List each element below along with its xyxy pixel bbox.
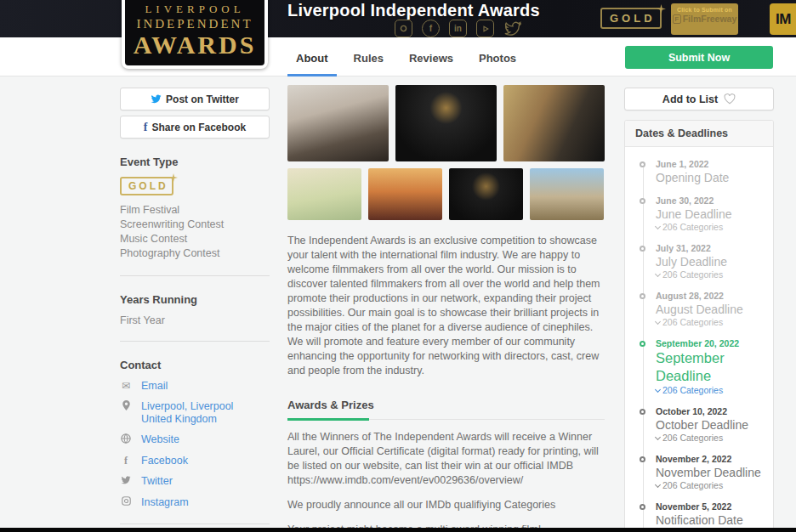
timeline-dot: [640, 504, 645, 510]
tab-photos[interactable]: Photos: [479, 37, 516, 76]
twitter-icon: [120, 475, 132, 489]
event-type-item: Film Festival: [120, 203, 270, 218]
divider: [120, 524, 270, 524]
event-type-item: Screenwriting Contest: [120, 218, 270, 232]
twitter-bird-icon: [151, 93, 162, 105]
event-type-item: Music Contest: [120, 232, 270, 246]
email-link[interactable]: Email: [141, 380, 168, 393]
awards-prizes-heading: Awards & Prizes: [287, 399, 605, 420]
timeline-dot: [640, 161, 645, 167]
left-sidebar: Post on Twitter f Share on Facebook Even…: [120, 88, 270, 532]
timeline-dot: [640, 341, 645, 347]
chevron-down-icon: [655, 319, 661, 325]
deadline-november: November 2, 2022 November Deadline 206 C…: [656, 454, 765, 491]
timeline-dot: [640, 198, 645, 204]
deadline-opening-date: June 1, 2022 Opening Date: [656, 159, 765, 185]
contact-twitter-row: Twitter: [120, 475, 270, 489]
gallery-photo-6[interactable]: [449, 168, 523, 220]
years-running-value: First Year: [120, 314, 270, 326]
photo-gallery-row-2: [287, 168, 605, 220]
facebook-icon: f: [120, 455, 132, 467]
share-on-facebook-button[interactable]: f Share on Facebook: [120, 116, 270, 139]
sparkle-icon: [657, 3, 666, 16]
add-to-list-button[interactable]: Add to List: [624, 88, 774, 110]
youtube-icon[interactable]: [476, 20, 494, 37]
right-sidebar: Add to List Dates & Deadlines June 1, 20…: [624, 88, 774, 532]
chevron-down-icon: [655, 434, 661, 440]
location-link[interactable]: Liverpool, Liverpool United Kingdom: [141, 400, 233, 426]
linkedin-icon[interactable]: in: [449, 20, 467, 37]
deadline-september-current: September 20, 2022 September Deadline 20…: [656, 338, 765, 396]
chevron-down-icon: [655, 224, 661, 229]
gallery-photo-3[interactable]: [503, 85, 605, 161]
divider: [120, 275, 270, 276]
submit-now-button[interactable]: Submit Now: [625, 46, 773, 69]
gallery-photo-4[interactable]: [287, 168, 361, 220]
tab-rules[interactable]: Rules: [354, 37, 384, 76]
heart-icon: [724, 93, 736, 105]
deadline-notification-date: November 5, 2022 Notification Date: [656, 501, 765, 528]
dates-deadlines-heading: Dates & Deadlines: [625, 121, 773, 147]
contact-facebook-row: f Facebook: [120, 455, 270, 467]
globe-icon: [120, 433, 132, 447]
categories-toggle[interactable]: 206 Categories: [656, 385, 765, 396]
event-type-item: Photography Contest: [120, 246, 270, 261]
gallery-photo-2[interactable]: [395, 85, 497, 161]
gallery-photo-1[interactable]: [287, 85, 389, 161]
twitter-link[interactable]: Twitter: [141, 475, 173, 489]
deadlines-timeline: June 1, 2022 Opening Date June 30, 2022 …: [625, 147, 773, 532]
event-logo: LIVERPOOL INDEPENDENT AWARDS: [122, 0, 268, 69]
categories-toggle[interactable]: 206 Categories: [656, 222, 765, 233]
gold-tier-badge: GOLD: [600, 8, 662, 29]
gallery-photo-7[interactable]: [530, 168, 604, 220]
categories-toggle[interactable]: 206 Categories: [656, 269, 765, 280]
tab-about[interactable]: About: [296, 37, 328, 76]
contact-website-row: Website: [120, 433, 270, 447]
dates-deadlines-panel: Dates & Deadlines June 1, 2022 Opening D…: [624, 120, 774, 532]
categories-toggle[interactable]: 206 Categories: [656, 317, 765, 328]
divider: [120, 341, 270, 342]
contact-list: ✉ Email Liverpool, Liverpool United King…: [120, 380, 270, 509]
filmfreeway-logo-icon: F: [673, 14, 681, 24]
timeline-dot: [640, 409, 645, 415]
instagram-icon[interactable]: [395, 20, 412, 37]
facebook-f-icon: f: [144, 121, 148, 134]
contact-location-row: Liverpool, Liverpool United Kingdom: [120, 400, 270, 426]
deadline-june: June 30, 2022 June Deadline 206 Categori…: [656, 195, 765, 233]
photo-gallery-row-1: [287, 85, 605, 161]
main-content: The Independent Awards is an exclusive c…: [287, 85, 605, 532]
instagram-link[interactable]: Instagram: [141, 496, 189, 509]
chevron-down-icon: [655, 271, 661, 277]
awards-paragraph-1: All the Winners of The Independent Award…: [287, 430, 605, 488]
cover-social-icons: f in: [395, 20, 521, 37]
deadline-october: October 10, 2022 October Deadline 206 Ca…: [656, 406, 765, 444]
gold-tier-badge-sidebar: GOLD: [120, 177, 173, 195]
chevron-down-icon: [655, 482, 661, 488]
twitter-icon[interactable]: [503, 20, 521, 37]
instagram-icon: [120, 496, 132, 509]
website-link[interactable]: Website: [141, 433, 179, 447]
page-title: Liverpool Independent Awards: [287, 1, 540, 20]
awards-paragraph-2: We proudly announce all our IMDb qualifi…: [287, 498, 605, 512]
years-running-heading: Years Running: [120, 293, 270, 306]
event-description: The Independent Awards is an exclusive c…: [287, 234, 605, 378]
tab-reviews[interactable]: Reviews: [409, 37, 453, 76]
facebook-link[interactable]: Facebook: [141, 455, 188, 467]
deadline-august: August 28, 2022 August Deadline 206 Cate…: [656, 291, 765, 328]
imdb-logo[interactable]: IM: [770, 3, 796, 35]
contact-heading: Contact: [120, 359, 270, 371]
tab-bar: About Rules Reviews Photos Submit Now: [0, 37, 796, 76]
categories-toggle[interactable]: 206 Categories: [656, 480, 765, 491]
deadline-july: July 31, 2022 July Deadline 206 Categori…: [656, 243, 765, 280]
timeline-dot: [640, 246, 645, 252]
categories-toggle[interactable]: 206 Categories: [656, 433, 765, 444]
filmfreeway-submit-button[interactable]: Click to Submit on F FilmFreeway: [671, 3, 738, 35]
gallery-photo-5[interactable]: [368, 168, 442, 220]
contact-email-row: ✉ Email: [120, 380, 270, 393]
timeline-dot: [640, 456, 645, 462]
event-type-list: Film Festival Screenwriting Contest Musi…: [120, 203, 270, 261]
facebook-icon[interactable]: f: [422, 20, 440, 37]
bottom-bar: [0, 528, 796, 532]
post-on-twitter-button[interactable]: Post on Twitter: [120, 88, 270, 110]
event-type-heading: Event Type: [120, 156, 270, 168]
